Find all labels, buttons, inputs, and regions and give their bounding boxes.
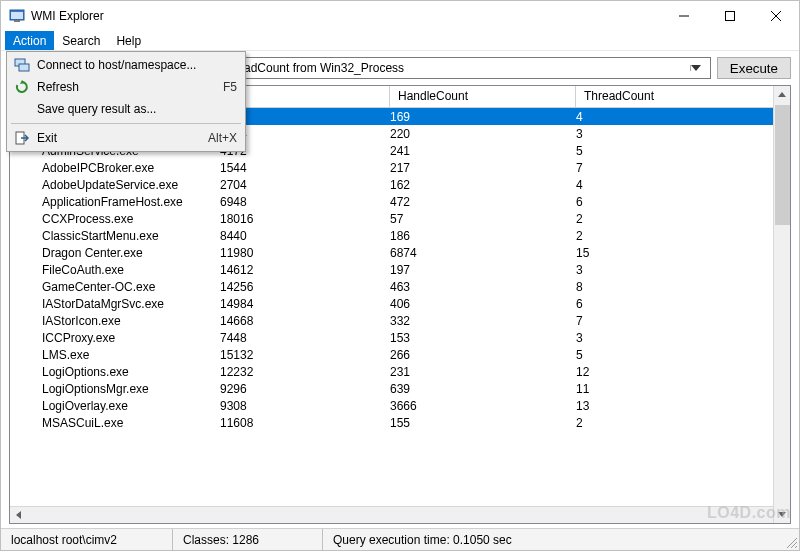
minimize-icon [679, 11, 689, 21]
cell-thread: 4 [576, 110, 790, 124]
cell-pid: 9308 [220, 399, 390, 413]
svg-marker-10 [16, 511, 21, 519]
table-row[interactable]: ClassicStartMenu.exe84401862 [10, 227, 790, 244]
cell-handle: 186 [390, 229, 576, 243]
menu-help[interactable]: Help [108, 31, 149, 50]
query-combobox[interactable]: adCount from Win32_Process [239, 57, 711, 79]
query-row: adCount from Win32_Process Execute [239, 57, 791, 79]
menu-search[interactable]: Search [54, 31, 108, 50]
svg-marker-7 [691, 65, 701, 71]
cell-pid: 2704 [220, 178, 390, 192]
resize-grip[interactable] [781, 529, 799, 550]
table-row[interactable]: LMS.exe151322665 [10, 346, 790, 363]
menu-save-result[interactable]: Save query result as... [9, 98, 243, 120]
scrollbar-thumb[interactable] [775, 105, 790, 225]
table-row[interactable]: AdobeIPCBroker.exe15442177 [10, 159, 790, 176]
cell-name: CCXProcess.exe [10, 212, 220, 226]
table-row[interactable]: AdobeUpdateService.exe27041624 [10, 176, 790, 193]
svg-marker-9 [778, 512, 786, 517]
table-row[interactable]: MSASCuiL.exe116081552 [10, 414, 790, 431]
col-header-handle[interactable]: HandleCount [390, 86, 576, 107]
table-row[interactable]: IAStorIcon.exe146683327 [10, 312, 790, 329]
menu-connect[interactable]: Connect to host/namespace... [9, 54, 243, 76]
table-row[interactable]: IAStorDataMgrSvc.exe149844066 [10, 295, 790, 312]
close-button[interactable] [753, 1, 799, 31]
cell-thread: 7 [576, 161, 790, 175]
cell-handle: 241 [390, 144, 576, 158]
cell-name: ClassicStartMenu.exe [10, 229, 220, 243]
cell-thread: 12 [576, 365, 790, 379]
table-row[interactable]: LogiOptionsMgr.exe929663911 [10, 380, 790, 397]
blank-icon [13, 101, 31, 117]
table-row[interactable]: ApplicationFrameHost.exe69484726 [10, 193, 790, 210]
cell-name: ICCProxy.exe [10, 331, 220, 345]
menubar: Action Search Help [1, 31, 799, 51]
table-row[interactable]: GameCenter-OC.exe142564638 [10, 278, 790, 295]
scroll-left-icon[interactable] [10, 507, 27, 523]
chevron-down-icon[interactable] [690, 65, 706, 71]
cell-thread: 11 [576, 382, 790, 396]
cell-pid: 6948 [220, 195, 390, 209]
table-row[interactable]: Dragon Center.exe11980687415 [10, 244, 790, 261]
cell-name: AdobeUpdateService.exe [10, 178, 220, 192]
close-icon [771, 11, 781, 21]
cell-pid: 14984 [220, 297, 390, 311]
cell-thread: 5 [576, 348, 790, 362]
network-icon [13, 57, 31, 73]
scroll-down-icon[interactable] [774, 506, 790, 523]
cell-thread: 15 [576, 246, 790, 260]
cell-pid: 12232 [220, 365, 390, 379]
cell-name: GameCenter-OC.exe [10, 280, 220, 294]
maximize-button[interactable] [707, 1, 753, 31]
cell-name: IAStorDataMgrSvc.exe [10, 297, 220, 311]
cell-handle: 332 [390, 314, 576, 328]
menu-action[interactable]: Action [5, 31, 54, 50]
cell-thread: 13 [576, 399, 790, 413]
cell-thread: 3 [576, 127, 790, 141]
status-connection: localhost root\cimv2 [1, 529, 173, 550]
cell-pid: 8440 [220, 229, 390, 243]
cell-name: IAStorIcon.exe [10, 314, 220, 328]
cell-thread: 3 [576, 331, 790, 345]
titlebar: WMI Explorer [1, 1, 799, 31]
cell-handle: 169 [390, 110, 576, 124]
cell-pid: 11980 [220, 246, 390, 260]
cell-handle: 153 [390, 331, 576, 345]
cell-handle: 639 [390, 382, 576, 396]
vertical-scrollbar[interactable] [773, 86, 790, 523]
exit-icon [13, 130, 31, 146]
cell-handle: 463 [390, 280, 576, 294]
execute-button[interactable]: Execute [717, 57, 791, 79]
cell-name: FileCoAuth.exe [10, 263, 220, 277]
table-row[interactable]: CCXProcess.exe18016572 [10, 210, 790, 227]
table-body[interactable]: 1694AGSService.exe41642203AdminService.e… [10, 108, 790, 506]
menu-save-label: Save query result as... [37, 102, 237, 116]
cell-handle: 231 [390, 365, 576, 379]
cell-thread: 6 [576, 297, 790, 311]
col-header-thread[interactable]: ThreadCount [576, 86, 790, 107]
minimize-button[interactable] [661, 1, 707, 31]
cell-pid: 11608 [220, 416, 390, 430]
horizontal-scrollbar[interactable] [10, 506, 790, 523]
scroll-up-icon[interactable] [774, 86, 790, 103]
cell-name: LogiOptions.exe [10, 365, 220, 379]
cell-name: LogiOptionsMgr.exe [10, 382, 220, 396]
cell-handle: 472 [390, 195, 576, 209]
menu-refresh[interactable]: Refresh F5 [9, 76, 243, 98]
svg-rect-1 [11, 12, 23, 19]
app-icon [9, 8, 25, 24]
app-window: WMI Explorer Action Search Help adCount … [0, 0, 800, 551]
svg-rect-2 [14, 20, 20, 22]
cell-thread: 2 [576, 229, 790, 243]
table-row[interactable]: LogiOverlay.exe9308366613 [10, 397, 790, 414]
cell-handle: 266 [390, 348, 576, 362]
svg-marker-8 [778, 92, 786, 97]
table-row[interactable]: FileCoAuth.exe146121973 [10, 261, 790, 278]
table-row[interactable]: LogiOptions.exe1223223112 [10, 363, 790, 380]
menu-exit[interactable]: Exit Alt+X [9, 127, 243, 149]
cell-name: MSASCuiL.exe [10, 416, 220, 430]
cell-pid: 9296 [220, 382, 390, 396]
cell-name: Dragon Center.exe [10, 246, 220, 260]
table-row[interactable]: ICCProxy.exe74481533 [10, 329, 790, 346]
status-classes: Classes: 1286 [173, 529, 323, 550]
